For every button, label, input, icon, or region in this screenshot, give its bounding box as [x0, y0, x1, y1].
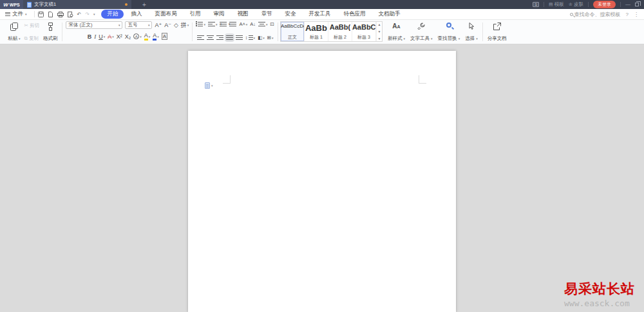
- more-options-icon[interactable]: ⋮: [634, 12, 639, 17]
- tab-references[interactable]: 引用: [184, 10, 206, 19]
- bullets-button[interactable]: ▾: [196, 21, 205, 27]
- bold-button[interactable]: B: [88, 33, 92, 40]
- tab-section[interactable]: 章节: [255, 10, 278, 19]
- tab-insert[interactable]: 插入: [125, 10, 147, 19]
- clear-format-button[interactable]: ◇: [174, 22, 178, 28]
- copy-button[interactable]: ⧉ 复制: [24, 35, 39, 42]
- numbering-button[interactable]: ▾: [208, 21, 218, 27]
- subscript-button[interactable]: X₂: [125, 33, 131, 40]
- scissors-icon: ✂: [24, 23, 28, 28]
- paste-options-icon: [205, 82, 210, 89]
- find-replace-magnifier-icon: [446, 23, 451, 28]
- undo-icon[interactable]: ↶: [77, 12, 82, 17]
- paragraph-group: ▾ ▾ A˄▾ A↓ ▾ ⊡ ↕▾ ◧▾ ⊞▾: [193, 21, 277, 41]
- increase-indent-button[interactable]: [229, 21, 236, 27]
- tab-home[interactable]: 开始: [101, 10, 124, 19]
- format-painter-button[interactable]: 格式刷: [42, 22, 59, 42]
- shrink-font-button[interactable]: A⁻: [164, 22, 171, 28]
- font-color-button[interactable]: A▾: [153, 32, 159, 41]
- pinyin-guide-button[interactable]: 拼▾: [181, 22, 189, 28]
- window-count-badge[interactable]: 1: [533, 2, 539, 7]
- divider: [588, 2, 589, 7]
- wps-app-name: WPS: [10, 3, 20, 7]
- divider: [34, 11, 35, 17]
- save-icon[interactable]: [38, 12, 44, 17]
- paste-button[interactable]: 粘贴 ▾: [6, 22, 22, 42]
- print-preview-icon[interactable]: [68, 12, 73, 17]
- style-gallery: AaBbCcDd 正文 AaBb 标题 1 AaBb( 标题 2 AaBbC( …: [280, 21, 383, 42]
- skin-button[interactable]: ♔ 皮肤: [569, 1, 583, 8]
- tab-developer[interactable]: 开发工具: [303, 10, 336, 19]
- watermark-url: www.easck.com: [564, 298, 643, 308]
- show-marks-button[interactable]: ▾: [258, 21, 268, 27]
- cursor-arrow-icon: [468, 23, 475, 30]
- highlight-button[interactable]: A▾: [144, 32, 151, 41]
- help-button[interactable]: ?: [626, 12, 629, 17]
- restore-button[interactable]: [635, 3, 639, 6]
- divider: [482, 23, 483, 41]
- document-tab[interactable]: 文字文稿1: [23, 0, 131, 9]
- style-heading2[interactable]: AaBb( 标题 2: [328, 22, 352, 41]
- tab-view[interactable]: 视图: [231, 10, 254, 19]
- gallery-scroll-up-icon[interactable]: ▲: [377, 23, 381, 26]
- minimize-button[interactable]: —: [625, 3, 630, 6]
- font-group: 宋体 (正文)▾ 五号▾ A⁺ A⁻ ◇ 拼▾ B I U▾ A▾ X² X₂: [63, 21, 191, 41]
- document-page[interactable]: ▾: [188, 51, 456, 312]
- align-center-button[interactable]: [207, 35, 214, 41]
- gallery-scroll-down-icon[interactable]: ▼: [377, 30, 381, 33]
- underline-button[interactable]: U▾: [99, 33, 105, 40]
- select-button[interactable]: 选择 ▾: [464, 22, 479, 42]
- line-spacing-button[interactable]: ↕▾: [245, 35, 255, 41]
- tab-doc-assistant[interactable]: 文档助手: [372, 10, 406, 19]
- cut-button[interactable]: ✂ 剪切: [24, 23, 39, 29]
- divider: [620, 2, 621, 7]
- chevron-down-icon: ▾: [211, 84, 213, 87]
- login-button[interactable]: 未登录: [593, 1, 616, 8]
- quick-access-dropdown-icon[interactable]: ▾: [93, 12, 95, 16]
- align-left-button[interactable]: [197, 35, 204, 41]
- text-tool-button[interactable]: 文字工具 ▾: [409, 22, 434, 42]
- tab-page-layout[interactable]: 页面布局: [149, 10, 182, 19]
- style-normal[interactable]: AaBbCcDd 正文: [281, 22, 305, 41]
- font-size-select[interactable]: 五号▾: [125, 21, 152, 29]
- strikethrough-button[interactable]: A▾: [108, 33, 114, 40]
- find-replace-button[interactable]: 查找替换 ▾: [437, 22, 462, 42]
- tools-group: AA 新样式 ▾ 文字工具 ▾ 查找替换 ▾ 选择 ▾: [384, 21, 482, 42]
- justify-button[interactable]: [226, 35, 233, 41]
- export-pdf-icon[interactable]: [48, 12, 53, 17]
- templates-button[interactable]: ▤ 模板: [549, 1, 564, 8]
- character-scale-button[interactable]: A˄▾: [239, 21, 247, 27]
- tab-security[interactable]: 安全: [279, 10, 301, 19]
- distribute-button[interactable]: [236, 35, 243, 41]
- redo-icon[interactable]: ↷: [85, 12, 90, 17]
- sort-button[interactable]: A↓: [250, 21, 256, 27]
- style-heading3[interactable]: AaBbC( 标题 3: [352, 22, 376, 41]
- new-style-button[interactable]: AA 新样式 ▾: [386, 22, 406, 42]
- decrease-indent-button[interactable]: [220, 21, 227, 27]
- gallery-more-icon[interactable]: ▼: [377, 37, 381, 41]
- wps-logo[interactable]: W WPS: [0, 0, 23, 9]
- print-icon[interactable]: [57, 12, 64, 17]
- italic-button[interactable]: I: [94, 33, 96, 40]
- superscript-button[interactable]: X²: [117, 33, 122, 40]
- share-document-button[interactable]: 分享文档: [486, 22, 508, 42]
- shading-button[interactable]: ◧▾: [258, 35, 265, 41]
- margin-corner-mark-left: [223, 75, 231, 84]
- tab-review[interactable]: 审阅: [207, 10, 230, 19]
- unsaved-indicator-dot: [125, 3, 128, 6]
- document-icon: [27, 2, 32, 8]
- file-menu-button[interactable]: 文件 ▾: [5, 10, 31, 18]
- margin-corner-mark-right: [419, 75, 426, 84]
- align-right-button[interactable]: [216, 35, 223, 41]
- grow-font-button[interactable]: A⁺: [155, 22, 162, 28]
- tab-special-features[interactable]: 特色应用: [337, 10, 371, 19]
- enclose-character-button[interactable]: A▾: [133, 33, 142, 39]
- command-search-box[interactable]: 查找命令、搜索模板: [570, 11, 621, 18]
- paste-options-button[interactable]: ▾: [205, 82, 213, 89]
- paragraph-layout-button[interactable]: ⊡: [270, 21, 274, 27]
- font-name-select[interactable]: 宋体 (正文)▾: [66, 21, 122, 29]
- borders-button[interactable]: ⊞▾: [267, 35, 274, 41]
- style-heading1[interactable]: AaBb 标题 1: [305, 22, 328, 41]
- new-tab-button[interactable]: +: [131, 0, 157, 9]
- character-shading-button[interactable]: A: [162, 33, 167, 40]
